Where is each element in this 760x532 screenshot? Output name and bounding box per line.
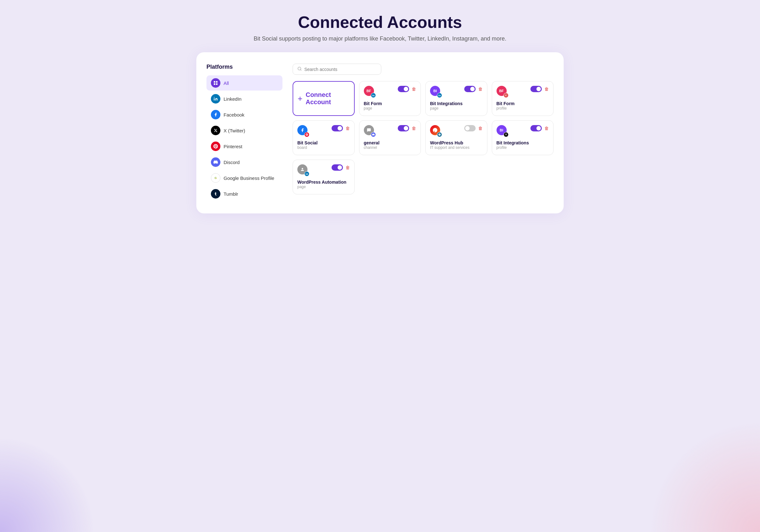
account-type: page — [297, 185, 350, 189]
account-type: profile — [497, 145, 549, 150]
account-type: page — [364, 106, 416, 111]
sidebar-label-all: All — [223, 80, 229, 86]
sidebar-item-gbp[interactable]: G Google Business Profile — [207, 170, 282, 186]
search-bar — [293, 64, 381, 75]
account-name: Bit Social — [297, 140, 350, 145]
sidebar-label-gbp: Google Business Profile — [223, 175, 274, 181]
platform-badge: ✕ — [503, 93, 508, 98]
avatar — [430, 125, 442, 137]
account-toggle[interactable] — [530, 125, 542, 131]
account-type: channel — [364, 145, 416, 150]
account-name: Bit Integrations — [497, 140, 549, 145]
svg-rect-1 — [216, 81, 217, 83]
twitter-icon — [211, 126, 220, 135]
search-icon — [297, 67, 302, 72]
svg-rect-3 — [216, 83, 217, 85]
platform-badge — [304, 171, 309, 176]
linkedin-icon — [211, 94, 220, 104]
gbp-icon: G — [211, 173, 220, 183]
sidebar-label-tumblr: Tumblr — [223, 191, 238, 197]
sidebar-item-discord[interactable]: Discord — [207, 155, 282, 170]
discord-icon — [211, 157, 220, 167]
avatar: BF — [364, 86, 376, 98]
account-type: profile — [497, 106, 549, 111]
delete-icon[interactable]: 🗑 — [545, 86, 549, 91]
avatar — [297, 164, 309, 176]
sidebar-label-discord: Discord — [223, 160, 240, 165]
account-card-bitintegrations-page: BI 🗑 Bit Integrations page — [425, 81, 487, 116]
account-type: board — [297, 145, 350, 150]
account-toggle[interactable] — [530, 86, 542, 92]
bg-decoration-right — [649, 421, 760, 532]
account-card-bitintegrations-profile: BI ✕ 🗑 Bit Integrations profile — [492, 120, 554, 155]
sidebar-label-linkedin: LinkedIn — [223, 96, 242, 102]
svg-rect-0 — [214, 81, 215, 83]
avatar: BI ✕ — [497, 125, 508, 137]
facebook-icon — [211, 110, 220, 120]
account-name: WordPress Hub — [430, 140, 483, 145]
sidebar-title: Platforms — [207, 64, 282, 70]
account-card-bitsocial-board: 🗑 Bit Social board — [293, 120, 355, 155]
sidebar-item-linkedin[interactable]: LinkedIn — [207, 91, 282, 106]
tumblr-icon — [211, 189, 220, 199]
page-header: Connected Accounts Bit Social supports p… — [254, 13, 506, 42]
account-name: Bit Integrations — [430, 101, 483, 106]
sidebar-item-tumblr[interactable]: Tumblr — [207, 186, 282, 201]
account-toggle[interactable] — [332, 125, 343, 131]
search-input[interactable] — [304, 67, 376, 72]
account-card-wordpress-hub: 🗑 WordPress Hub IT support and services — [425, 120, 487, 155]
page-subtitle: Bit Social supports posting to major pla… — [254, 35, 506, 42]
account-card-wordpress-automation: 🗑 WordPress Automation page — [293, 160, 355, 194]
account-name: Bit Form — [364, 101, 416, 106]
account-toggle[interactable] — [464, 86, 476, 92]
avatar — [364, 125, 376, 137]
platform-badge: ✕ — [503, 132, 508, 137]
delete-icon[interactable]: 🗑 — [412, 86, 416, 91]
connect-plus-icon: + — [298, 94, 303, 104]
delete-icon[interactable]: 🗑 — [412, 126, 416, 131]
delete-icon[interactable]: 🗑 — [346, 165, 350, 170]
account-type: IT support and services — [430, 145, 483, 150]
sidebar-label-pinterest: Pinterest — [223, 144, 242, 149]
sidebar-item-twitter[interactable]: X (Twitter) — [207, 123, 282, 138]
bg-decoration-left — [0, 437, 95, 532]
account-toggle[interactable] — [464, 125, 476, 131]
account-card-bitform-page: BF 🗑 Bit Form page — [359, 81, 421, 116]
main-card: Platforms All LinkedIn — [196, 52, 564, 214]
account-toggle[interactable] — [398, 125, 409, 131]
avatar — [297, 125, 309, 137]
content-area: + Connect Account BF 🗑 — [293, 64, 553, 202]
account-card-bitform-profile: BF ✕ 🗑 Bit Form profile — [492, 81, 554, 116]
delete-icon[interactable]: 🗑 — [478, 86, 483, 91]
sidebar-item-facebook[interactable]: Facebook — [207, 107, 282, 122]
platform-badge — [437, 132, 442, 137]
platform-badge — [371, 132, 376, 137]
pinterest-icon — [211, 142, 220, 151]
account-name: general — [364, 140, 416, 145]
connect-account-card[interactable]: + Connect Account — [293, 81, 355, 116]
svg-rect-2 — [214, 83, 215, 85]
platform-badge — [437, 93, 442, 98]
account-toggle[interactable] — [332, 164, 343, 171]
sidebar-item-pinterest[interactable]: Pinterest — [207, 139, 282, 154]
avatar: BF ✕ — [497, 86, 508, 98]
platform-badge — [304, 132, 309, 137]
accounts-grid: + Connect Account BF 🗑 — [293, 81, 553, 194]
delete-icon[interactable]: 🗑 — [545, 126, 549, 131]
connect-account-label: Connect Account — [306, 91, 349, 106]
platform-badge — [371, 93, 376, 98]
delete-icon[interactable]: 🗑 — [478, 126, 483, 131]
account-name: Bit Form — [497, 101, 549, 106]
sidebar: Platforms All LinkedIn — [207, 64, 282, 202]
account-name: WordPress Automation — [297, 179, 350, 185]
sidebar-label-twitter: X (Twitter) — [223, 128, 245, 133]
sidebar-label-facebook: Facebook — [223, 112, 245, 118]
account-toggle[interactable] — [398, 86, 409, 92]
grid-icon — [211, 78, 220, 88]
avatar: BI — [430, 86, 442, 98]
sidebar-item-all[interactable]: All — [207, 75, 282, 91]
account-type: page — [430, 106, 483, 111]
account-card-general-channel: 🗑 general channel — [359, 120, 421, 155]
page-title: Connected Accounts — [254, 13, 506, 32]
delete-icon[interactable]: 🗑 — [346, 126, 350, 131]
